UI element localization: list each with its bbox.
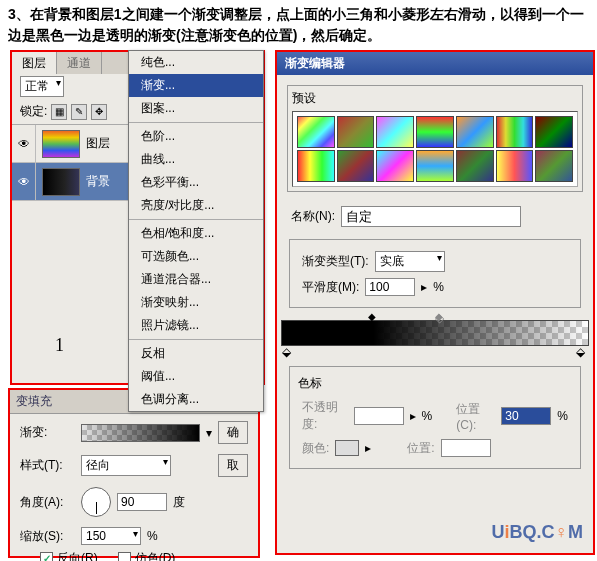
blend-mode-select[interactable]: 正常 <box>20 76 64 97</box>
layer-name: 图层 <box>86 135 110 152</box>
menu-item[interactable]: 阈值... <box>129 365 263 388</box>
preset-swatch[interactable] <box>456 150 494 182</box>
menu-item[interactable]: 色相/饱和度... <box>129 222 263 245</box>
menu-item[interactable]: 色阶... <box>129 125 263 148</box>
menu-item[interactable]: 可选颜色... <box>129 245 263 268</box>
menu-item[interactable]: 通道混合器... <box>129 268 263 291</box>
gradient-dropdown-icon[interactable]: ▾ <box>206 426 212 440</box>
position-unit: % <box>557 409 568 423</box>
scale-unit: % <box>147 529 158 543</box>
menu-item[interactable]: 纯色... <box>129 51 263 74</box>
scale-label: 缩放(S): <box>20 528 75 545</box>
lock-paint-icon[interactable]: ✎ <box>71 104 87 120</box>
opacity-input <box>354 407 404 425</box>
preset-swatch[interactable] <box>337 150 375 182</box>
style-select[interactable]: 径向 <box>81 455 171 476</box>
preset-swatch[interactable] <box>376 116 414 148</box>
layer-thumbnail <box>42 130 80 158</box>
color-dropdown-icon: ▸ <box>365 441 371 455</box>
preset-swatch[interactable] <box>496 116 534 148</box>
gradient-ramp[interactable]: ◇ <box>281 320 589 346</box>
cancel-button[interactable]: 取 <box>218 454 248 477</box>
menu-item[interactable]: 照片滤镜... <box>129 314 263 337</box>
position-label: 位置(C): <box>456 401 495 432</box>
preset-swatch[interactable] <box>496 150 534 182</box>
layer-thumbnail <box>42 168 80 196</box>
angle-dial[interactable] <box>81 487 111 517</box>
color-swatch <box>335 440 359 456</box>
smoothness-unit: % <box>433 280 444 294</box>
position-input[interactable] <box>501 407 551 425</box>
scale-select[interactable]: 150 <box>81 527 141 545</box>
presets-label: 预设 <box>292 90 578 107</box>
menu-item[interactable]: 色调分离... <box>129 388 263 411</box>
menu-item[interactable]: 曲线... <box>129 148 263 171</box>
preset-swatch[interactable] <box>376 150 414 182</box>
layer-name: 背景 <box>86 173 110 190</box>
color-stop[interactable] <box>576 345 586 357</box>
gradient-editor-title: 渐变编辑器 <box>277 52 593 75</box>
menu-item[interactable]: 色彩平衡... <box>129 171 263 194</box>
ok-button[interactable]: 确 <box>218 421 248 444</box>
preset-swatch[interactable] <box>456 116 494 148</box>
opacity-dropdown-icon: ▸ <box>410 409 416 423</box>
reverse-label: 反向(R) <box>57 550 98 561</box>
position2-input <box>441 439 491 457</box>
visibility-icon[interactable]: 👁 <box>12 163 36 200</box>
menu-item[interactable]: 反相 <box>129 342 263 365</box>
opacity-stop[interactable] <box>368 311 378 321</box>
tab-channels[interactable]: 通道 <box>57 52 102 74</box>
visibility-icon[interactable]: 👁 <box>12 125 36 162</box>
menu-item[interactable]: 图案... <box>129 97 263 120</box>
angle-unit: 度 <box>173 494 185 511</box>
lock-label: 锁定: <box>20 103 47 120</box>
gradient-label: 渐变: <box>20 424 75 441</box>
presets-grid <box>292 111 578 187</box>
preset-swatch[interactable] <box>416 150 454 182</box>
opacity-unit: % <box>422 409 433 423</box>
tab-layers[interactable]: 图层 <box>12 52 57 74</box>
preset-swatch[interactable] <box>337 116 375 148</box>
smoothness-input[interactable] <box>365 278 415 296</box>
menu-item[interactable]: 亮度/对比度... <box>129 194 263 217</box>
midpoint-marker[interactable]: ◇ <box>435 311 445 321</box>
type-label: 渐变类型(T): <box>302 253 369 270</box>
smoothness-label: 平滑度(M): <box>302 279 359 296</box>
menu-item[interactable]: 渐变... <box>129 74 263 97</box>
preset-swatch[interactable] <box>416 116 454 148</box>
name-label: 名称(N): <box>291 208 335 225</box>
watermark: UiBQ.C♀M <box>491 522 583 543</box>
preset-swatch[interactable] <box>535 116 573 148</box>
angle-input[interactable] <box>117 493 167 511</box>
color-label: 颜色: <box>302 440 329 457</box>
gradient-fill-dialog: 变填充 渐变: ▾ 确 样式(T): 径向 取 角度(A): 度 缩放(S): … <box>8 388 260 558</box>
annotation-1: 1 <box>55 335 64 356</box>
lock-position-icon[interactable]: ✥ <box>91 104 107 120</box>
adjustment-layer-menu: 纯色...渐变...图案...色阶...曲线...色彩平衡...亮度/对比度..… <box>128 50 264 412</box>
preset-swatch[interactable] <box>297 150 335 182</box>
gradient-editor-dialog: 渐变编辑器 预设 名称(N): 渐变类型(T): 实底 平滑度(M): ▸ % … <box>275 50 595 555</box>
preset-swatch[interactable] <box>297 116 335 148</box>
style-label: 样式(T): <box>20 457 75 474</box>
opacity-label: 不透明度: <box>302 399 348 433</box>
dither-label: 仿色(D) <box>135 550 176 561</box>
angle-label: 角度(A): <box>20 494 75 511</box>
dither-checkbox[interactable] <box>118 552 131 561</box>
color-stop[interactable] <box>282 345 292 357</box>
stops-label: 色标 <box>298 375 572 392</box>
smoothness-dropdown-icon[interactable]: ▸ <box>421 280 427 294</box>
menu-item[interactable]: 渐变映射... <box>129 291 263 314</box>
position2-label: 位置: <box>407 440 434 457</box>
reverse-checkbox[interactable] <box>40 552 53 561</box>
preset-swatch[interactable] <box>535 150 573 182</box>
name-input[interactable] <box>341 206 521 227</box>
instruction-text: 3、在背景和图层1之间建一个渐变调整层，点上面的小三角和小菱形左右滑动，以得到一… <box>0 0 597 50</box>
lock-transparency-icon[interactable]: ▦ <box>51 104 67 120</box>
gradient-preview[interactable] <box>81 424 200 442</box>
type-select[interactable]: 实底 <box>375 251 445 272</box>
